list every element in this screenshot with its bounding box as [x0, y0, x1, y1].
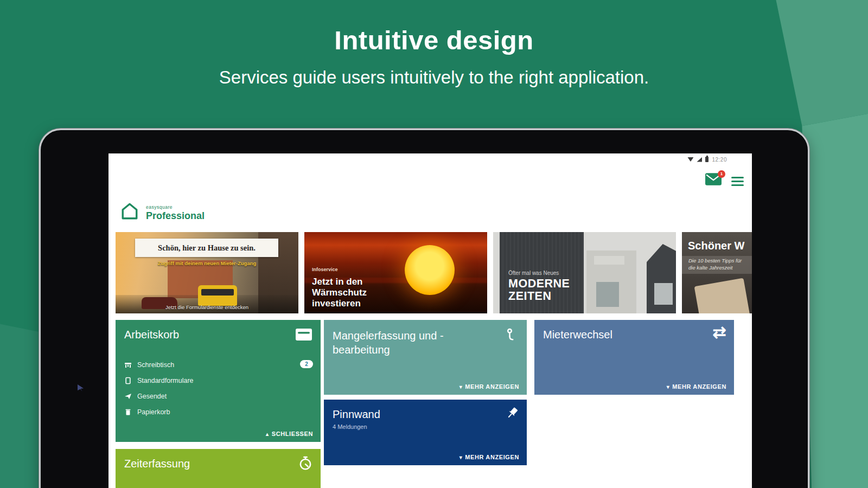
- dark-house-shape: [647, 244, 676, 313]
- chevron-down-icon: ▾: [459, 454, 463, 460]
- banner-carousel: Schön, hier zu Hause zu sein. Zugriff mi…: [116, 232, 752, 313]
- trash-icon: [124, 408, 132, 416]
- hero-title: Intuitive design: [0, 25, 868, 55]
- collapse-button[interactable]: ▴ SCHLIESSEN: [266, 431, 313, 437]
- mail-button[interactable]: 1: [705, 173, 724, 189]
- hero-subtitle: Services guide users intuitively to the …: [0, 67, 868, 88]
- house-icon: [120, 201, 139, 222]
- banner-sw-subline2: die kalte Jahreszeit: [688, 265, 752, 272]
- signal-icon: [697, 157, 702, 162]
- more-button[interactable]: ▾ MEHR ANZEIGEN: [667, 383, 726, 390]
- battery-icon: [705, 157, 709, 162]
- banner-city-ad[interactable]: Schön, hier zu Hause zu sein. Zugriff mi…: [116, 232, 298, 313]
- card-mangelerfassung[interactable]: Mangelerfassung und -bearbeitung ▾ MEHR …: [324, 320, 527, 395]
- banner-modern-panel: Öfter mal was Neues MODERNE ZEITEN: [500, 232, 584, 313]
- hero: Intuitive design Services guide users in…: [0, 0, 868, 88]
- chevron-down-icon: ▾: [667, 384, 670, 390]
- chevron-up-icon: ▴: [266, 431, 269, 437]
- card-pinnwand-subtitle: 4 Meldungen: [333, 423, 518, 430]
- clock-text: 12:20: [712, 157, 727, 163]
- banner-sw-subline1: Die 10 besten Tipps für: [688, 258, 752, 265]
- count-badge: 2: [300, 360, 313, 368]
- card-mieterwechsel[interactable]: Mieterwechsel ⇄ ▾ MEHR ANZEIGEN: [534, 320, 734, 395]
- pushpin-icon: [505, 406, 519, 420]
- banner-sunset-headline: Jetzt in den Wärmschutz investieren: [312, 277, 393, 309]
- list-item-label: Schreibtisch: [137, 361, 174, 369]
- arbeitskorb-item-list: Schreibtisch 2 Standardformulare Gesende…: [124, 359, 312, 417]
- list-item-standardformulare[interactable]: Standardformulare: [124, 375, 312, 386]
- brand-professional: Professional: [146, 210, 205, 222]
- more-button[interactable]: ▾ MEHR ANZEIGEN: [459, 454, 519, 460]
- send-icon: [124, 393, 132, 400]
- wifi-icon: [687, 157, 693, 162]
- modern-house-shape: [586, 251, 636, 313]
- card-mangelerfassung-title: Mangelerfassung und -bearbeitung: [333, 329, 468, 357]
- status-bar: 12:20: [687, 156, 727, 163]
- banner-city-footer: Jetzt die Formulardienste entdecken: [116, 304, 298, 310]
- hamburger-bar: [731, 181, 744, 182]
- more-button[interactable]: ▾ MEHR ANZEIGEN: [459, 383, 519, 390]
- list-item-papierkorb[interactable]: Papierkorb: [124, 407, 312, 417]
- banner-city-headline-band: Schön, hier zu Hause zu sein.: [135, 239, 278, 257]
- swap-arrows-icon: ⇄: [713, 324, 726, 341]
- list-item-label: Standardformulare: [137, 377, 194, 384]
- inbox-icon: [296, 329, 312, 341]
- chair-shape: [694, 278, 750, 313]
- more-label: MEHR ANZEIGEN: [465, 454, 519, 460]
- card-mieterwechsel-title: Mieterwechsel: [543, 329, 725, 341]
- banner-city-headline: Schön, hier zu Hause zu sein.: [158, 243, 256, 253]
- more-label: MEHR ANZEIGEN: [465, 383, 519, 390]
- card-arbeitskorb-title: Arbeitskorb: [124, 329, 312, 341]
- hamburger-bar: [731, 184, 744, 186]
- banner-sw-headline: Schöner W: [688, 240, 744, 252]
- list-item-label: Papierkorb: [137, 408, 170, 416]
- brand-easysquare: easysquare: [146, 204, 205, 210]
- banner-moderne-zeiten-ad[interactable]: Öfter mal was Neues MODERNE ZEITEN: [493, 232, 676, 313]
- card-arbeitskorb[interactable]: Arbeitskorb Schreibtisch 2 Standar: [116, 320, 321, 442]
- banner-waermschutz-ad[interactable]: Infoservice Jetzt in den Wärmschutz inve…: [304, 232, 487, 313]
- cursor-pointer-icon: [78, 384, 85, 391]
- sun-shape: [405, 245, 455, 295]
- banner-schoener-wohnen-ad[interactable]: Schöner W Die 10 besten Tipps für die ka…: [682, 232, 752, 313]
- banner-sw-subband: Die 10 besten Tipps für die kalte Jahres…: [682, 256, 752, 274]
- banner-modern-label: Öfter mal was Neues: [508, 270, 559, 276]
- notification-badge: 1: [718, 170, 725, 178]
- card-pinnwand-title: Pinnwand: [333, 408, 518, 421]
- list-item-schreibtisch[interactable]: Schreibtisch 2: [124, 359, 312, 370]
- banner-sunset-label: Infoservice: [312, 267, 338, 272]
- list-item-label: Gesendet: [137, 393, 167, 400]
- card-zeiterfassung[interactable]: Zeiterfassung: [116, 449, 321, 488]
- app-logo: easysquare Professional: [120, 201, 205, 222]
- stopwatch-icon: [298, 455, 313, 471]
- collapse-label: SCHLIESSEN: [272, 431, 313, 437]
- document-icon: [124, 377, 132, 384]
- menu-button[interactable]: [731, 177, 744, 186]
- chevron-down-icon: ▾: [459, 384, 463, 390]
- hamburger-bar: [731, 177, 744, 178]
- list-item-gesendet[interactable]: Gesendet: [124, 391, 312, 401]
- card-zeiterfassung-title: Zeiterfassung: [124, 458, 312, 470]
- banner-city-subline: Zugriff mit deinem neuen Mieter-Zugang: [116, 260, 298, 266]
- desk-icon: [124, 361, 132, 369]
- tram-shape: [198, 285, 237, 306]
- banner-modern-headline: MODERNE ZEITEN: [508, 278, 582, 302]
- tablet-screen: 12:20 1 easysquare Professional: [108, 153, 752, 488]
- tablet-device: 12:20 1 easysquare Professional: [39, 129, 809, 488]
- faucet-icon: [502, 328, 517, 342]
- more-label: MEHR ANZEIGEN: [672, 383, 726, 390]
- card-pinnwand[interactable]: Pinnwand 4 Meldungen ▾ MEHR ANZEIGEN: [324, 400, 527, 465]
